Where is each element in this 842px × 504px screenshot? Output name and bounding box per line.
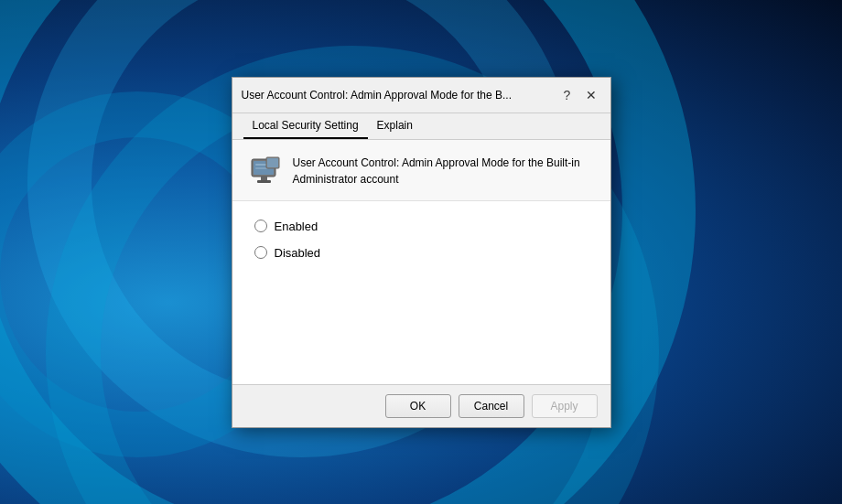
dialog-content: User Account Control: Admin Approval Mod… — [232, 140, 610, 384]
disabled-option[interactable]: Disabled — [254, 246, 588, 260]
tab-explain[interactable]: Explain — [368, 113, 422, 139]
tab-local-security-setting[interactable]: Local Security Setting — [243, 113, 368, 139]
svg-rect-4 — [261, 177, 267, 180]
setting-description: User Account Control: Admin Approval Mod… — [293, 155, 580, 188]
cancel-button[interactable]: Cancel — [459, 394, 524, 418]
svg-rect-7 — [267, 158, 278, 167]
enabled-option[interactable]: Enabled — [254, 220, 588, 233]
ok-button[interactable]: OK — [385, 394, 451, 418]
title-bar-controls: ? ✕ — [557, 85, 601, 105]
dialog-title: User Account Control: Admin Approval Mod… — [242, 89, 557, 102]
dialog-footer: OK Cancel Apply — [232, 384, 610, 427]
svg-rect-5 — [257, 180, 271, 183]
close-button[interactable]: ✕ — [581, 85, 601, 105]
disabled-label: Disabled — [275, 246, 321, 260]
apply-button[interactable]: Apply — [532, 394, 598, 418]
help-button[interactable]: ? — [557, 85, 578, 105]
tabs-bar: Local Security Setting Explain — [232, 113, 610, 140]
enabled-label: Enabled — [275, 220, 318, 233]
setting-header: User Account Control: Admin Approval Mod… — [232, 140, 610, 201]
uac-dialog: User Account Control: Admin Approval Mod… — [232, 77, 611, 428]
dialog-overlay: User Account Control: Admin Approval Mod… — [0, 0, 842, 504]
title-bar: User Account Control: Admin Approval Mod… — [232, 78, 610, 113]
setting-icon — [247, 155, 282, 189]
options-area: Enabled Disabled — [232, 201, 610, 384]
policy-icon — [248, 155, 281, 188]
disabled-radio[interactable] — [254, 246, 267, 259]
enabled-radio[interactable] — [254, 220, 267, 232]
